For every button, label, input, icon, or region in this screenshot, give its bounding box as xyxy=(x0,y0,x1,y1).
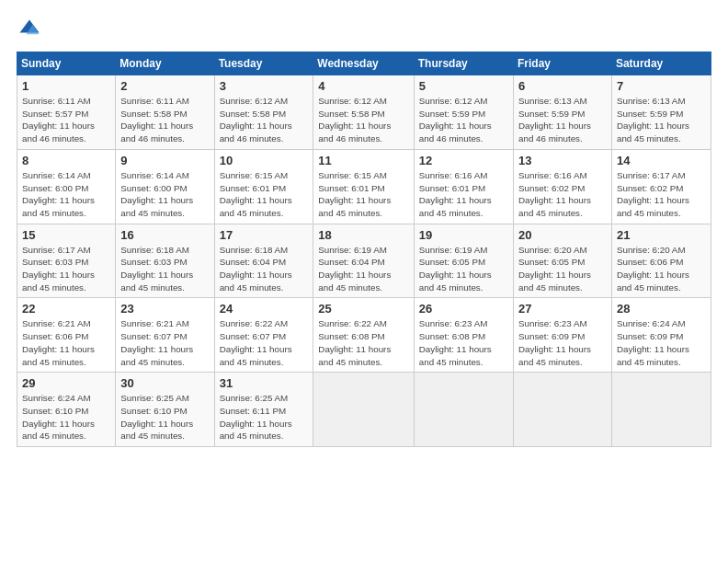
calendar-cell: 1Sunrise: 6:11 AMSunset: 5:57 PMDaylight… xyxy=(17,75,116,150)
day-info: Sunrise: 6:12 AMSunset: 5:58 PMDaylight:… xyxy=(318,95,408,145)
calendar-cell xyxy=(313,373,414,447)
day-number: 9 xyxy=(120,154,209,167)
calendar-week-3: 15Sunrise: 6:17 AMSunset: 6:03 PMDayligh… xyxy=(17,224,711,298)
col-header-sunday: Sunday xyxy=(17,52,116,75)
day-info: Sunrise: 6:16 AMSunset: 6:02 PMDaylight:… xyxy=(518,169,607,220)
logo xyxy=(17,17,46,42)
day-number: 24 xyxy=(220,302,309,316)
calendar-cell: 30Sunrise: 6:25 AMSunset: 6:10 PMDayligh… xyxy=(116,373,214,447)
logo-icon xyxy=(17,17,42,42)
day-number: 8 xyxy=(22,154,110,167)
col-header-monday: Monday xyxy=(116,52,214,75)
calendar-cell xyxy=(514,373,612,447)
calendar-header-row: SundayMondayTuesdayWednesdayThursdayFrid… xyxy=(17,52,711,75)
page: SundayMondayTuesdayWednesdayThursdayFrid… xyxy=(0,0,728,563)
calendar-cell: 7Sunrise: 6:13 AMSunset: 5:59 PMDaylight… xyxy=(611,75,711,150)
col-header-friday: Friday xyxy=(514,52,612,75)
calendar-cell: 5Sunrise: 6:12 AMSunset: 5:59 PMDaylight… xyxy=(414,75,513,150)
calendar-cell: 10Sunrise: 6:15 AMSunset: 6:01 PMDayligh… xyxy=(214,149,313,224)
col-header-wednesday: Wednesday xyxy=(313,52,414,75)
calendar-cell: 17Sunrise: 6:18 AMSunset: 6:04 PMDayligh… xyxy=(214,224,313,298)
calendar-cell: 22Sunrise: 6:21 AMSunset: 6:06 PMDayligh… xyxy=(17,298,116,373)
day-number: 14 xyxy=(617,154,706,167)
calendar-cell: 8Sunrise: 6:14 AMSunset: 6:00 PMDaylight… xyxy=(17,149,116,224)
day-number: 3 xyxy=(220,79,309,93)
day-number: 23 xyxy=(120,302,209,316)
day-info: Sunrise: 6:21 AMSunset: 6:06 PMDaylight:… xyxy=(22,317,110,368)
day-info: Sunrise: 6:15 AMSunset: 6:01 PMDaylight:… xyxy=(318,169,408,220)
calendar-cell: 3Sunrise: 6:12 AMSunset: 5:58 PMDaylight… xyxy=(214,75,313,150)
calendar-cell: 28Sunrise: 6:24 AMSunset: 6:09 PMDayligh… xyxy=(611,298,711,373)
col-header-tuesday: Tuesday xyxy=(214,52,313,75)
calendar-cell: 16Sunrise: 6:18 AMSunset: 6:03 PMDayligh… xyxy=(116,224,214,298)
day-number: 7 xyxy=(617,79,706,93)
day-info: Sunrise: 6:23 AMSunset: 6:08 PMDaylight:… xyxy=(419,317,508,368)
calendar-week-2: 8Sunrise: 6:14 AMSunset: 6:00 PMDaylight… xyxy=(17,149,711,224)
calendar-cell: 9Sunrise: 6:14 AMSunset: 6:00 PMDaylight… xyxy=(116,149,214,224)
col-header-saturday: Saturday xyxy=(611,52,711,75)
calendar-cell: 15Sunrise: 6:17 AMSunset: 6:03 PMDayligh… xyxy=(17,224,116,298)
day-number: 5 xyxy=(419,79,508,93)
day-number: 29 xyxy=(22,376,110,390)
day-number: 12 xyxy=(419,154,508,167)
calendar-cell: 27Sunrise: 6:23 AMSunset: 6:09 PMDayligh… xyxy=(514,298,612,373)
calendar-cell: 12Sunrise: 6:16 AMSunset: 6:01 PMDayligh… xyxy=(414,149,513,224)
day-info: Sunrise: 6:12 AMSunset: 5:58 PMDaylight:… xyxy=(220,95,309,145)
day-info: Sunrise: 6:13 AMSunset: 5:59 PMDaylight:… xyxy=(617,95,706,145)
day-number: 15 xyxy=(22,228,110,242)
day-info: Sunrise: 6:11 AMSunset: 5:58 PMDaylight:… xyxy=(120,95,209,145)
calendar-cell: 20Sunrise: 6:20 AMSunset: 6:05 PMDayligh… xyxy=(514,224,612,298)
calendar-cell xyxy=(611,373,711,447)
calendar-cell: 31Sunrise: 6:25 AMSunset: 6:11 PMDayligh… xyxy=(214,373,313,447)
day-number: 6 xyxy=(518,79,607,93)
day-info: Sunrise: 6:17 AMSunset: 6:03 PMDaylight:… xyxy=(22,244,110,294)
day-info: Sunrise: 6:11 AMSunset: 5:57 PMDaylight:… xyxy=(22,95,110,145)
day-info: Sunrise: 6:20 AMSunset: 6:05 PMDaylight:… xyxy=(518,244,607,294)
calendar-cell: 23Sunrise: 6:21 AMSunset: 6:07 PMDayligh… xyxy=(116,298,214,373)
day-info: Sunrise: 6:13 AMSunset: 5:59 PMDaylight:… xyxy=(518,95,607,145)
calendar: SundayMondayTuesdayWednesdayThursdayFrid… xyxy=(17,52,711,447)
day-info: Sunrise: 6:15 AMSunset: 6:01 PMDaylight:… xyxy=(220,169,309,220)
day-number: 11 xyxy=(318,154,408,167)
day-info: Sunrise: 6:24 AMSunset: 6:09 PMDaylight:… xyxy=(617,317,706,368)
calendar-week-1: 1Sunrise: 6:11 AMSunset: 5:57 PMDaylight… xyxy=(17,75,711,150)
day-number: 17 xyxy=(220,228,309,242)
calendar-cell: 21Sunrise: 6:20 AMSunset: 6:06 PMDayligh… xyxy=(611,224,711,298)
day-info: Sunrise: 6:12 AMSunset: 5:59 PMDaylight:… xyxy=(419,95,508,145)
calendar-cell: 14Sunrise: 6:17 AMSunset: 6:02 PMDayligh… xyxy=(611,149,711,224)
calendar-cell: 18Sunrise: 6:19 AMSunset: 6:04 PMDayligh… xyxy=(313,224,414,298)
day-info: Sunrise: 6:20 AMSunset: 6:06 PMDaylight:… xyxy=(617,244,706,294)
col-header-thursday: Thursday xyxy=(414,52,513,75)
day-info: Sunrise: 6:17 AMSunset: 6:02 PMDaylight:… xyxy=(617,169,706,220)
calendar-cell xyxy=(414,373,513,447)
day-info: Sunrise: 6:22 AMSunset: 6:08 PMDaylight:… xyxy=(318,317,408,368)
day-number: 25 xyxy=(318,302,408,316)
day-number: 30 xyxy=(120,376,209,390)
day-number: 22 xyxy=(22,302,110,316)
day-info: Sunrise: 6:16 AMSunset: 6:01 PMDaylight:… xyxy=(419,169,508,220)
day-number: 28 xyxy=(617,302,706,316)
day-info: Sunrise: 6:23 AMSunset: 6:09 PMDaylight:… xyxy=(518,317,607,368)
day-number: 27 xyxy=(518,302,607,316)
calendar-week-4: 22Sunrise: 6:21 AMSunset: 6:06 PMDayligh… xyxy=(17,298,711,373)
day-number: 10 xyxy=(220,154,309,167)
day-number: 20 xyxy=(518,228,607,242)
day-number: 1 xyxy=(22,79,110,93)
day-info: Sunrise: 6:25 AMSunset: 6:11 PMDaylight:… xyxy=(220,392,309,442)
calendar-cell: 19Sunrise: 6:19 AMSunset: 6:05 PMDayligh… xyxy=(414,224,513,298)
calendar-cell: 25Sunrise: 6:22 AMSunset: 6:08 PMDayligh… xyxy=(313,298,414,373)
day-info: Sunrise: 6:14 AMSunset: 6:00 PMDaylight:… xyxy=(22,169,110,220)
day-number: 19 xyxy=(419,228,508,242)
day-info: Sunrise: 6:25 AMSunset: 6:10 PMDaylight:… xyxy=(120,392,209,442)
calendar-week-5: 29Sunrise: 6:24 AMSunset: 6:10 PMDayligh… xyxy=(17,373,711,447)
day-info: Sunrise: 6:24 AMSunset: 6:10 PMDaylight:… xyxy=(22,392,110,442)
day-number: 2 xyxy=(120,79,209,93)
calendar-cell: 13Sunrise: 6:16 AMSunset: 6:02 PMDayligh… xyxy=(514,149,612,224)
day-info: Sunrise: 6:22 AMSunset: 6:07 PMDaylight:… xyxy=(220,317,309,368)
day-info: Sunrise: 6:21 AMSunset: 6:07 PMDaylight:… xyxy=(120,317,209,368)
calendar-cell: 2Sunrise: 6:11 AMSunset: 5:58 PMDaylight… xyxy=(116,75,214,150)
day-number: 18 xyxy=(318,228,408,242)
day-number: 31 xyxy=(220,376,309,390)
calendar-cell: 11Sunrise: 6:15 AMSunset: 6:01 PMDayligh… xyxy=(313,149,414,224)
calendar-cell: 6Sunrise: 6:13 AMSunset: 5:59 PMDaylight… xyxy=(514,75,612,150)
